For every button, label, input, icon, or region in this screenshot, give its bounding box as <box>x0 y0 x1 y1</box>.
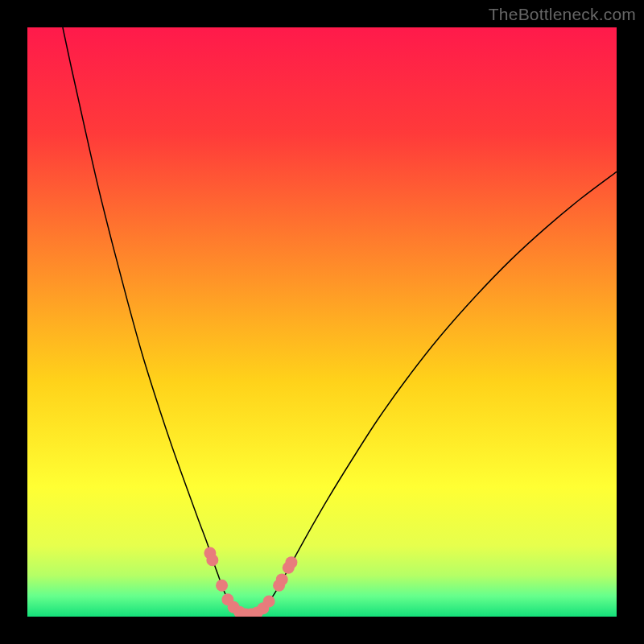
data-marker <box>216 580 228 592</box>
data-marker <box>206 554 218 566</box>
watermark-text: TheBottleneck.com <box>489 5 636 24</box>
data-marker <box>285 556 297 568</box>
data-marker <box>263 595 275 607</box>
plot-svg <box>27 27 617 617</box>
plot-area <box>27 27 617 617</box>
data-marker <box>276 573 288 585</box>
gradient-background <box>27 27 617 617</box>
chart-frame: TheBottleneck.com <box>0 0 644 644</box>
